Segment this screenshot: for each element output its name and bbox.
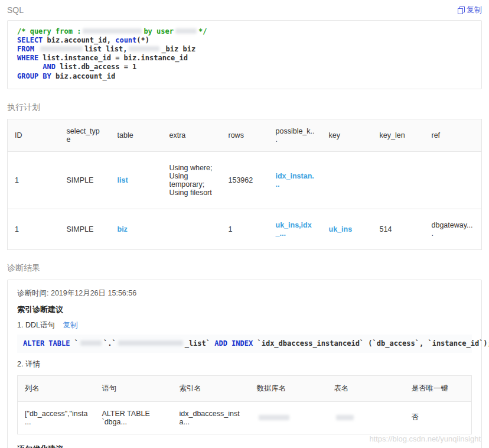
code-token: count — [115, 36, 136, 44]
code-token: WHERE — [17, 54, 38, 62]
code-token: `.` — [103, 339, 116, 348]
table-cell: uk_ins,idx_... — [269, 209, 322, 249]
table-cell: Using where; Using temporary; Using file… — [162, 151, 221, 209]
column-header: ID — [8, 119, 60, 151]
detail-label: 2. 详情 — [17, 359, 472, 369]
ddl-row: 1. DDL语句 复制 — [17, 320, 472, 330]
code-token: list.instance_id = biz.instance_id — [38, 54, 188, 62]
table-link[interactable]: biz — [118, 225, 128, 233]
code-line: WHERE list.instance_id = biz.instance_id — [17, 54, 472, 63]
code-line: SELECT biz.account_id, count(*) — [17, 36, 472, 45]
code-token: /* query from : — [17, 27, 81, 35]
table-link[interactable]: uk_ins — [329, 225, 353, 233]
copy-icon — [458, 7, 464, 14]
code-token: */ — [198, 27, 207, 35]
plan-section-title: 执行计划 — [7, 102, 482, 113]
column-header: rows — [221, 119, 269, 151]
redacted-text — [118, 340, 183, 346]
table-cell — [327, 401, 405, 434]
table-cell: 514 — [373, 209, 425, 249]
redacted-text — [336, 415, 354, 420]
ddl-label: 1. DDL语句 — [17, 321, 55, 329]
code-token: biz.account_id, — [43, 36, 115, 44]
header-row: IDselect_typetableextrarowspossible_k...… — [8, 119, 482, 151]
header-row: 列名语句索引名数据库名表名是否唯一键 — [18, 375, 472, 401]
table-cell: 1 — [221, 209, 269, 249]
code-token: list.db_access = 1 — [56, 63, 136, 71]
table-row: 1SIMPLEbiz1uk_ins,idx_...uk_ins514dbgate… — [8, 209, 482, 249]
sql-section-title: SQL — [7, 5, 24, 15]
code-token: AND — [43, 63, 56, 71]
diagnosis-panel: 诊断时间: 2019年12月26日 15:56:56 索引诊断建议 1. DDL… — [7, 280, 482, 448]
code-token: SELECT — [17, 36, 43, 44]
code-token: ADD INDEX — [214, 339, 253, 348]
code-token: `idx_dbaccess_instanceid` (`db_access`, … — [253, 339, 489, 348]
table-cell: ["db_access","insta... — [18, 401, 95, 434]
code-token — [17, 63, 43, 71]
table-cell: idx_instan... — [269, 151, 322, 209]
code-token: (*) — [136, 36, 149, 44]
redacted-text — [259, 415, 289, 420]
table-row: 1SIMPLElistUsing where; Using temporary;… — [8, 151, 482, 209]
diagnosis-time: 诊断时间: 2019年12月26日 15:56:56 — [17, 288, 472, 298]
table-link[interactable]: uk_ins,idx_... — [276, 221, 312, 238]
table-row: ["db_access","insta...ALTER TABLE `dbga.… — [18, 401, 472, 434]
code-line: FROM list list,_biz biz — [17, 45, 472, 54]
table-cell: 1 — [8, 151, 60, 209]
redacted-text — [83, 28, 142, 34]
table-cell: idx_dbaccess_insta... — [172, 401, 250, 434]
column-header: 是否唯一键 — [405, 375, 472, 401]
column-header: ref — [425, 119, 482, 151]
index-advice-title: 索引诊断建议 — [17, 304, 472, 315]
table-cell: list — [110, 151, 162, 209]
table-cell: ALTER TABLE `dbga... — [95, 401, 172, 434]
redacted-text — [40, 46, 83, 51]
sql-code-block: /* query from :by user*/SELECT biz.accou… — [7, 20, 482, 89]
redacted-text — [129, 46, 159, 51]
code-token: biz.account_id — [51, 72, 115, 80]
table-link[interactable]: list — [118, 176, 128, 184]
column-header: 列名 — [18, 375, 95, 401]
execution-plan-table: IDselect_typetableextrarowspossible_k...… — [7, 119, 482, 250]
ddl-code-block: ALTER TABLE ``.`_list` ADD INDEX `idx_db… — [17, 335, 472, 353]
detail-table: 列名语句索引名数据库名表名是否唯一键["db_access","insta...… — [17, 375, 472, 434]
table-cell — [162, 209, 221, 249]
table-cell: dbgateway.... — [425, 209, 482, 249]
code-token: list list, — [84, 45, 127, 53]
sql-copy-button[interactable]: 复制 — [458, 5, 482, 15]
table-link[interactable]: idx_instan... — [276, 172, 314, 189]
code-line: /* query from :by user*/ — [17, 27, 472, 36]
column-header: 表名 — [327, 375, 405, 401]
table-cell: 1 — [8, 209, 60, 249]
code-token — [34, 45, 38, 53]
code-token: FROM — [17, 45, 34, 53]
page: SQL 复制 /* query from :by user*/SELECT bi… — [7, 5, 482, 448]
table-cell: SIMPLE — [60, 209, 110, 249]
watermark: https://blog.csdn.net/yunqiinsight — [369, 434, 481, 443]
code-token: ` — [70, 339, 78, 348]
diagnosis-section-title: 诊断结果 — [7, 263, 482, 274]
code-token: _list` — [185, 339, 215, 348]
sql-section-header: SQL 复制 — [7, 5, 482, 15]
table-cell — [322, 151, 373, 209]
table-cell: 153962 — [221, 151, 269, 209]
column-header: 索引名 — [172, 375, 250, 401]
code-token: ALTER TABLE — [23, 339, 70, 348]
code-token: by user — [144, 27, 174, 35]
code-line: ALTER TABLE ``.`_list` ADD INDEX `idx_db… — [23, 339, 466, 348]
table-cell: SIMPLE — [60, 151, 110, 209]
table-cell — [250, 401, 327, 434]
column-header: 语句 — [95, 375, 172, 401]
code-token: _biz biz — [161, 45, 195, 53]
column-header: key_len — [373, 119, 425, 151]
code-line: GROUP BY biz.account_id — [17, 72, 472, 81]
table-cell: uk_ins — [322, 209, 373, 249]
column-header: select_type — [60, 119, 110, 151]
sql-copy-label: 复制 — [467, 5, 482, 15]
ddl-copy-button[interactable]: 复制 — [63, 321, 77, 329]
code-line: AND list.db_access = 1 — [17, 63, 472, 72]
code-token: GROUP BY — [17, 72, 51, 80]
stmt-advice-title: 语句优化建议 — [17, 444, 472, 448]
redacted-text — [175, 28, 197, 34]
column-header: 数据库名 — [250, 375, 327, 401]
